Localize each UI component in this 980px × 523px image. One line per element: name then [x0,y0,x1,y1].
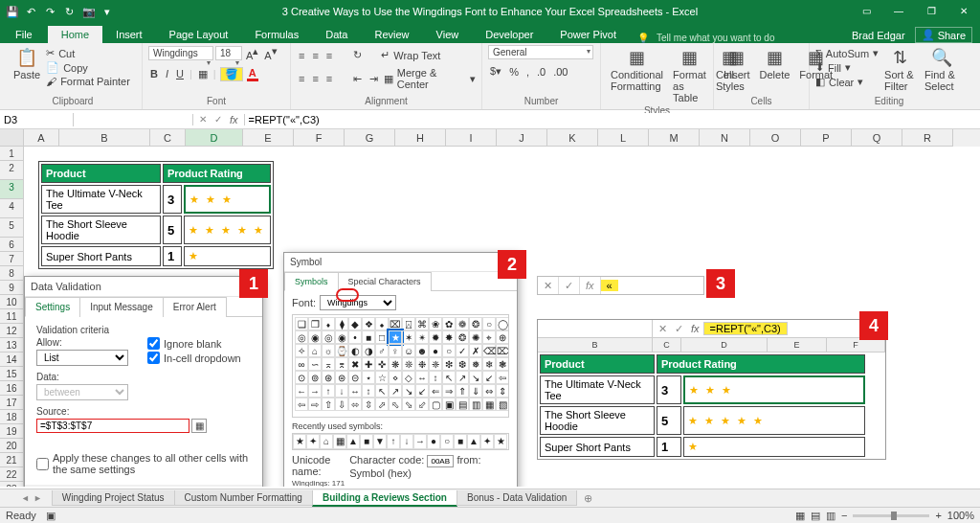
undo-icon[interactable]: ↶ [25,6,36,17]
copy-button[interactable]: 📄Copy [46,61,130,74]
mini2-fx-icon[interactable]: fx [687,323,703,334]
row-2[interactable]: 2 [0,161,24,180]
comma-button[interactable]: , [524,66,531,78]
col-L[interactable]: L [598,129,649,147]
mini-fx-icon[interactable]: fx [580,277,601,294]
underline-button[interactable]: U [174,68,186,80]
cell-stars[interactable]: ★ [184,246,271,266]
dv-source-input[interactable] [36,419,189,433]
view-pagebreak-icon[interactable]: ▥ [826,510,835,522]
clear-button[interactable]: ◧Clear▾ [815,76,879,88]
col-F[interactable]: F [294,129,345,147]
row-10[interactable]: 10 [0,295,24,309]
sheet-next-icon[interactable]: ► [32,493,44,503]
row-23[interactable]: 23 [0,482,24,487]
cell-product[interactable]: The Ultimate V-Neck Tee [41,185,161,214]
powerpivot-tab[interactable]: Power Pivot [546,26,630,43]
minimize-icon[interactable]: — [882,0,915,22]
inc-indent-icon[interactable]: ⇥ [368,73,380,85]
macro-icon[interactable]: ▣ [46,510,56,522]
col-N[interactable]: N [700,129,750,147]
grow-font-icon[interactable]: A▴ [244,45,260,61]
file-tab[interactable]: File [0,26,48,43]
dv-incell-drop[interactable]: In-cell dropdown [147,352,241,364]
autosum-button[interactable]: ΣAutoSum▾ [815,47,879,59]
percent-button[interactable]: % [507,66,521,78]
mini2-confirm-icon[interactable]: ✓ [671,323,687,335]
row-7[interactable]: 7 [0,252,24,266]
wrap-text-button[interactable]: ↵Wrap Text [381,49,440,61]
formulas-tab[interactable]: Formulas [241,26,312,43]
redo-icon[interactable]: ↷ [44,6,56,17]
cell2-rating[interactable]: 3 [657,375,681,404]
col-R[interactable]: R [902,129,953,147]
font-select[interactable]: Wingdings [148,46,213,60]
row-18[interactable]: 18 [0,410,24,424]
cancel-formula-icon[interactable]: ✕ [195,114,211,125]
row-9[interactable]: 9 [0,281,24,295]
zoom-level[interactable]: 100% [947,510,974,521]
fmt-table-button[interactable]: ▦Format as Table [669,45,710,105]
dv-apply-check[interactable]: Apply these changes to all other cells w… [36,452,251,475]
orient-icon[interactable]: ↻ [351,49,364,61]
share-button[interactable]: 👤Share [915,27,972,43]
bold-button[interactable]: B [148,68,160,80]
col-B[interactable]: B [59,129,150,147]
row-12[interactable]: 12 [0,324,24,338]
row-15[interactable]: 15 [0,367,24,381]
dv-ignore-blank[interactable]: Ignore blank [147,337,241,350]
sheet-1[interactable]: Wingding Project Status [52,490,175,506]
review-tab[interactable]: Review [361,26,422,43]
currency-button[interactable]: $▾ [488,65,503,78]
row-1[interactable]: 1 [0,147,24,161]
row-16[interactable]: 16 [0,381,24,396]
align-center-icon[interactable]: ≡ [310,73,320,84]
row-4[interactable]: 4 [0,199,24,218]
cell-stars-selected[interactable]: ★ ★ ★ [184,185,271,214]
col-H[interactable]: H [395,129,446,147]
grid[interactable]: 1 2 3 4 5 6 7 8 9 10 11 12 13 14 15 16 1… [0,147,980,487]
col-M[interactable]: M [649,129,700,147]
col-A[interactable]: A [24,129,59,147]
col-I[interactable]: I [446,129,497,147]
row-19[interactable]: 19 [0,424,24,439]
dv-allow-select[interactable]: List [36,350,128,366]
mini-confirm-icon[interactable]: ✓ [559,277,580,294]
col-E[interactable]: E [243,129,294,147]
align-top-icon[interactable]: ≡ [297,50,306,61]
view-tab[interactable]: View [423,26,473,43]
shrink-font-icon[interactable]: A▾ [262,45,278,61]
delete-cells-button[interactable]: ▦Delete [756,45,794,82]
row-22[interactable]: 22 [0,467,24,482]
new-sheet-icon[interactable]: ⊕ [576,492,600,505]
number-format-select[interactable]: General [488,45,593,59]
row-20[interactable]: 20 [0,439,24,453]
developer-tab[interactable]: Developer [472,26,546,43]
format-painter-button[interactable]: 🖌Format Painter [46,76,130,87]
col-G[interactable]: G [345,129,395,147]
inc-dec-button[interactable]: .0 [535,66,547,78]
close-icon[interactable]: ✕ [947,0,980,22]
mini-cancel-icon[interactable]: ✕ [538,277,559,294]
data-tab[interactable]: Data [312,26,361,43]
qat-more-icon[interactable]: ▾ [101,6,113,17]
repeat-icon[interactable]: ↻ [63,6,75,17]
cell-stars[interactable]: ★ ★ ★ ★ ★ [184,216,271,244]
symbol-grid[interactable]: ❑❒⬧⧫◆❖⬥⌧⍓⌘❀✿❁❂○◯ ◎◉◎◉•■□★✶✴✹✸❂✺⌖⊕ ✧⌂☼⌚◐◑… [295,317,506,411]
insert-cells-button[interactable]: ▦Insert [720,45,754,82]
user-name[interactable]: Brad Edgar [852,30,905,41]
dec-indent-icon[interactable]: ⇤ [351,73,364,85]
font-color-button[interactable]: A [247,67,258,81]
tellme-input[interactable]: Tell me what you want to do [657,33,774,43]
col-O[interactable]: O [750,129,801,147]
cell2-rating[interactable]: 5 [657,406,681,435]
formula-input[interactable]: =REPT("«",C3) [245,113,980,126]
dv-tab-settings[interactable]: Settings [25,297,80,317]
sym-code-input[interactable] [427,455,454,467]
fill-button[interactable]: ⬇Fill▾ [815,61,879,74]
paste-button[interactable]: 📋Paste [10,45,44,82]
align-mid-icon[interactable]: ≡ [310,50,320,61]
row-13[interactable]: 13 [0,338,24,352]
cell2-product[interactable]: Super Short Pants [540,437,655,457]
cut-button[interactable]: ✂Cut [46,47,130,59]
